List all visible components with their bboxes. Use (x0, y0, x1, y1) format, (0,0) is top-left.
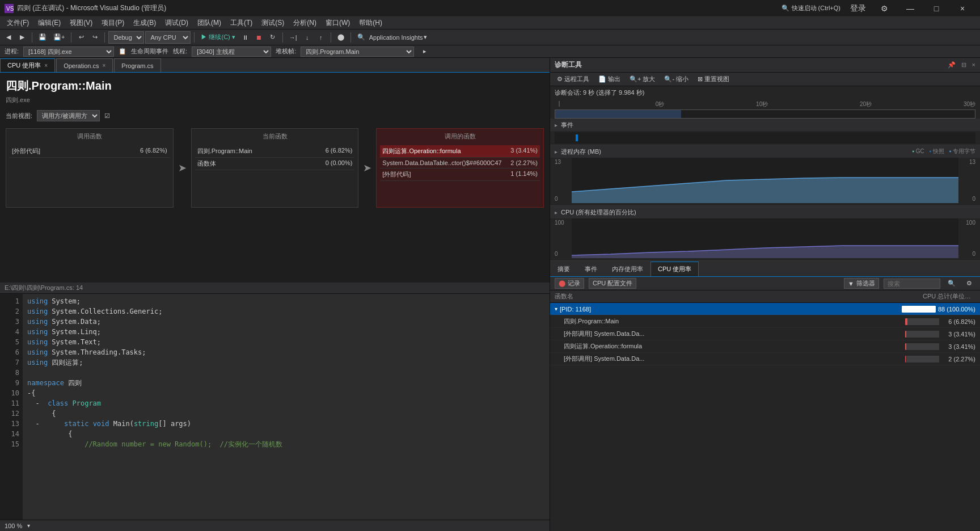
save-btn[interactable]: 💾 (36, 31, 49, 44)
view-label: 当前视图: (6, 112, 32, 120)
menu-file[interactable]: 文件(F) (2, 17, 33, 30)
back-btn[interactable]: ◀ (2, 31, 15, 44)
menu-team[interactable]: 团队(M) (193, 17, 226, 30)
stack-nav-btn[interactable]: ▸ (419, 45, 431, 58)
diag-tab-events[interactable]: 事件 (577, 262, 605, 276)
view-checkbox-icon[interactable]: ☑ (104, 112, 110, 120)
menu-project[interactable]: 项目(P) (97, 17, 129, 30)
memory-section-header[interactable]: ▸ 进程内存 (MB) ▪ GC ▪ 快照 ▪ 专用字节 (550, 145, 980, 158)
debug-config-combo[interactable]: Debug (108, 31, 144, 44)
current-row-0[interactable]: 四则.Program::Main 6 (6.82%) (195, 145, 355, 158)
menu-view[interactable]: 视图(V) (65, 17, 97, 30)
output-btn[interactable]: 📄 输出 (596, 75, 623, 83)
diag-tab-cpu[interactable]: CPU 使用率 (650, 262, 699, 276)
memory-legend: ▪ GC ▪ 快照 ▪ 专用字节 (912, 148, 975, 155)
menu-help[interactable]: 帮助(H) (354, 17, 387, 30)
zoom-down-btn[interactable]: ▾ (22, 520, 35, 532)
cpu-config-btn[interactable]: CPU 配置文件 (589, 278, 636, 289)
diag-row-1[interactable]: 四则.Program::Main 6 (6.82%) (550, 315, 980, 328)
diag-row-2[interactable]: [外部调用] System.Data.Da... 3 (3.41%) (550, 328, 980, 340)
row-3-name: 四则运算.Operation::formula (564, 342, 642, 351)
memory-expand-icon[interactable]: ▸ (555, 149, 557, 155)
memory-label: 进程内存 (MB) (561, 148, 601, 156)
tab-cpu-usage[interactable]: CPU 使用率 × (0, 58, 55, 72)
caller-row-2[interactable]: [外部代码] 1 (1.14%) (380, 168, 540, 181)
stack-combo[interactable]: 四则.Program.Main (301, 47, 414, 57)
arrow-right: ➤ (363, 128, 371, 208)
menu-tools[interactable]: 工具(T) (226, 17, 257, 30)
stop-btn[interactable]: ⏹ (253, 31, 265, 44)
code-content[interactable]: using System; using System.Collections.G… (23, 294, 550, 520)
close-btn[interactable]: × (949, 0, 975, 17)
reset-view-btn[interactable]: ⊠ 重置视图 (695, 75, 732, 83)
menu-build[interactable]: 生成(B) (129, 17, 160, 30)
step-out-btn[interactable]: ↑ (315, 31, 327, 44)
redo-btn[interactable]: ↪ (88, 31, 101, 44)
menu-test[interactable]: 测试(S) (257, 17, 289, 30)
filter-btn[interactable]: ▼ 筛选器 (844, 278, 879, 289)
caller-row-0[interactable]: 四则运算.Operation::formula 3 (3.41%) (380, 145, 540, 158)
remote-tools-btn[interactable]: ⚙ 远程工具 (555, 75, 592, 83)
life-event-btn[interactable]: 📋 (119, 48, 126, 55)
diag-row-0[interactable]: ▾ [PID: 1168] 88 (100.00%) (550, 303, 980, 315)
forward-btn[interactable]: ▶ (16, 31, 28, 44)
pin-icon[interactable]: 📌 (948, 61, 956, 69)
restart-btn[interactable]: ↻ (267, 31, 279, 44)
minimize-btn[interactable]: — (897, 0, 923, 17)
step-into-btn[interactable]: ↓ (301, 31, 314, 44)
signin-btn[interactable]: 登录 (845, 0, 871, 17)
caller-row-val-0: 3 (3.41%) (510, 147, 538, 155)
maximize-btn[interactable]: □ (923, 0, 949, 17)
float-icon[interactable]: ⊟ (961, 61, 966, 69)
diag-tab-memory[interactable]: 内存使用率 (605, 262, 650, 276)
diag-row-3[interactable]: 四则运算.Operation::formula 3 (3.41%) (550, 340, 980, 353)
breakpoints-btn[interactable]: ⬤ (335, 31, 347, 44)
cpu-chart-container: 100 0 100 0 (555, 218, 975, 258)
platform-combo[interactable]: Any CPU (145, 31, 191, 44)
diag-search-input[interactable] (884, 279, 940, 289)
tab-cpu-close[interactable]: × (44, 62, 48, 69)
save-all-btn[interactable]: 💾+ (50, 31, 67, 44)
arrow-left: ➤ (178, 128, 187, 208)
callee-row-0[interactable]: [外部代码] 6 (6.82%) (10, 145, 170, 158)
record-btn[interactable]: ⬤ 记录 (555, 278, 584, 289)
caller-row-1[interactable]: System.Data.DataTable..ctor()$##6000C47 … (380, 158, 540, 168)
tab-operation[interactable]: Operation.cs × (56, 58, 113, 72)
diag-row-4[interactable]: [外部调用] System.Data.Da... 2 (2.27%) (550, 353, 980, 365)
tab-program[interactable]: Program.cs (114, 58, 160, 72)
zoom-in-btn[interactable]: 🔍+ 放大 (627, 75, 657, 83)
undo-btn[interactable]: ↩ (75, 31, 87, 44)
settings-btn[interactable]: ⚙ (871, 0, 897, 17)
tab-operation-close[interactable]: × (103, 62, 106, 69)
row-0-bar (902, 306, 936, 313)
zoom-out-btn[interactable]: 🔍- 缩小 (662, 75, 691, 83)
cpu-section: ▸ CPU (所有处理器的百分比) 100 0 100 0 (550, 206, 980, 261)
cpu-section-header[interactable]: ▸ CPU (所有处理器的百分比) (550, 206, 980, 218)
settings-icon-btn[interactable]: ⚙ (963, 277, 975, 290)
search-icon-btn[interactable]: 🔍 (945, 277, 958, 290)
menu-debug[interactable]: 调试(D) (160, 17, 193, 30)
step-over-btn[interactable]: →| (286, 31, 300, 44)
pause-btn[interactable]: ⏸ (239, 31, 252, 44)
diag-close-btn[interactable]: × (972, 61, 975, 69)
process-bar: 进程: [1168] 四则.exe 📋 生命周期事件 线程: [3040] 主线… (0, 45, 980, 58)
events-expand-icon[interactable]: ▸ (555, 122, 557, 128)
continue-btn[interactable]: ▶ 继续(C) ▾ (198, 31, 238, 44)
menu-window[interactable]: 窗口(W) (321, 17, 354, 30)
cpu-panel-sub: 四则.exe (6, 96, 544, 104)
current-row-1[interactable]: 函数体 0 (0.00%) (195, 158, 355, 170)
menu-edit[interactable]: 编辑(E) (33, 17, 65, 30)
quick-launch-icon: 🔍 (782, 5, 789, 12)
view-combo[interactable]: 调用方/被调用方 (37, 110, 100, 121)
events-section-header[interactable]: ▸ 事件 (550, 119, 980, 131)
diag-tab-summary[interactable]: 摘要 (550, 262, 577, 276)
row-0-expand[interactable]: ▾ (555, 306, 557, 312)
cpu-expand-icon[interactable]: ▸ (555, 209, 557, 216)
row-2-bar-fill (905, 331, 906, 338)
thread-combo[interactable]: [3040] 主线程 (192, 47, 271, 57)
zoom-level: 100 % (5, 522, 22, 529)
app-insights-dropdown[interactable]: ▾ (424, 33, 427, 41)
menu-analyze[interactable]: 分析(N) (289, 17, 321, 30)
process-combo[interactable]: [1168] 四则.exe (23, 47, 114, 57)
timeline-bar[interactable] (555, 109, 975, 119)
